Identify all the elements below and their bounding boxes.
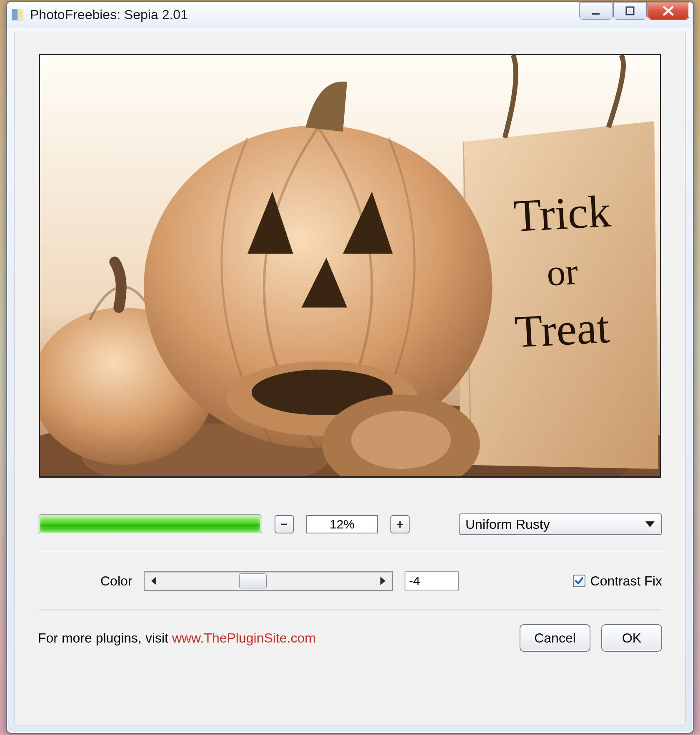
client-area: Trick or Treat bbox=[14, 31, 686, 725]
cancel-button[interactable]: Cancel bbox=[520, 624, 590, 652]
footer-link[interactable]: www.ThePluginSite.com bbox=[172, 630, 316, 645]
chevron-down-icon bbox=[645, 521, 655, 527]
sign-line3: Treat bbox=[513, 301, 610, 357]
preview-illustration: Trick or Treat bbox=[40, 55, 660, 476]
minimize-icon bbox=[590, 5, 602, 17]
increment-button[interactable]: + bbox=[390, 515, 410, 533]
controls-row-2: Color -4 Contrast Fix bbox=[38, 571, 662, 591]
contrast-fix-checkbox[interactable] bbox=[573, 575, 585, 587]
color-label: Color bbox=[100, 573, 132, 589]
ok-button[interactable]: OK bbox=[601, 624, 662, 652]
svg-point-14 bbox=[351, 411, 451, 469]
color-slider[interactable] bbox=[144, 571, 393, 591]
close-button[interactable] bbox=[648, 2, 689, 20]
decrement-button[interactable]: − bbox=[275, 515, 294, 533]
window-title: PhotoFreebies: Sepia 2.01 bbox=[30, 7, 188, 22]
separator bbox=[38, 551, 662, 552]
slider-right-button[interactable] bbox=[374, 572, 392, 590]
color-value-input[interactable]: -4 bbox=[405, 571, 459, 590]
preview-image[interactable]: Trick or Treat bbox=[39, 54, 661, 478]
window-buttons bbox=[579, 2, 689, 20]
dialog-window: PhotoFreebies: Sepia 2.01 bbox=[6, 1, 694, 734]
contrast-fix-label: Contrast Fix bbox=[590, 573, 662, 589]
ok-label: OK bbox=[622, 630, 641, 646]
progress-fill bbox=[40, 516, 260, 533]
slider-left-button[interactable] bbox=[145, 572, 163, 590]
sign-line2: or bbox=[545, 251, 579, 294]
footer-prefix: For more plugins, visit bbox=[38, 630, 172, 645]
footer-row: For more plugins, visit www.ThePluginSit… bbox=[38, 624, 662, 652]
percent-input[interactable]: 12% bbox=[306, 515, 378, 533]
svg-rect-0 bbox=[592, 13, 600, 15]
sign-line1: Trick bbox=[512, 186, 612, 242]
titlebar: PhotoFreebies: Sepia 2.01 bbox=[7, 2, 693, 27]
preset-value: Uniform Rusty bbox=[465, 517, 550, 532]
minimize-button[interactable] bbox=[579, 2, 612, 20]
progress-bar bbox=[38, 514, 262, 534]
preset-dropdown[interactable]: Uniform Rusty bbox=[459, 513, 662, 535]
app-icon bbox=[12, 9, 23, 20]
slider-thumb[interactable] bbox=[239, 573, 267, 588]
slider-track[interactable] bbox=[163, 572, 374, 590]
svg-rect-1 bbox=[626, 7, 634, 15]
maximize-button[interactable] bbox=[613, 2, 647, 20]
minus-icon: − bbox=[280, 517, 288, 531]
separator bbox=[38, 609, 662, 610]
close-icon bbox=[661, 5, 675, 17]
controls-row-1: − 12% + Uniform Rusty bbox=[38, 513, 662, 535]
footer-text: For more plugins, visit www.ThePluginSit… bbox=[38, 630, 316, 646]
cancel-label: Cancel bbox=[534, 630, 576, 646]
plus-icon: + bbox=[396, 517, 404, 531]
maximize-icon bbox=[624, 5, 636, 17]
triangle-right-icon bbox=[380, 577, 385, 585]
triangle-left-icon bbox=[151, 577, 156, 585]
checkmark-icon bbox=[575, 576, 584, 586]
contrast-fix-group: Contrast Fix bbox=[573, 573, 662, 589]
